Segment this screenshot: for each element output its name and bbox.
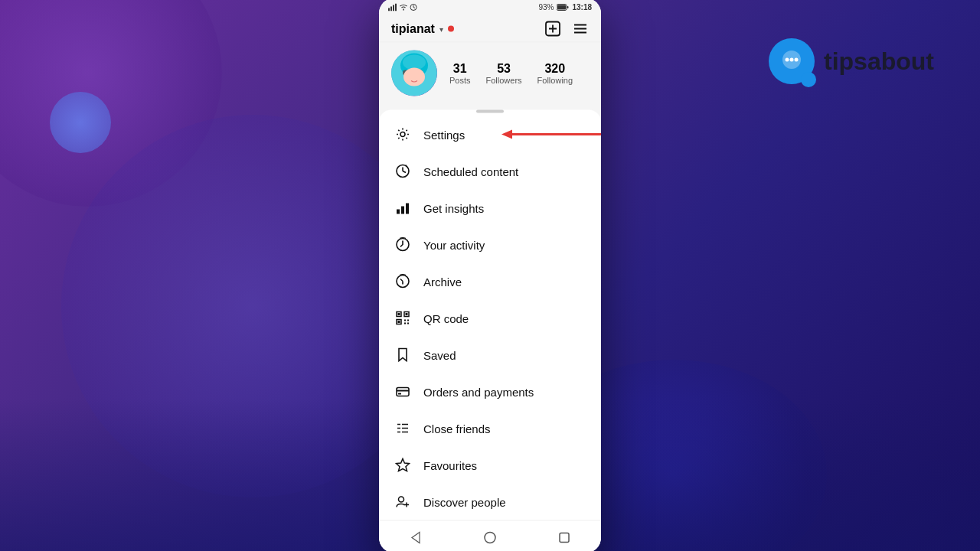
svg-point-27: [400, 132, 405, 137]
status-bar: 93% 13:18: [379, 0, 601, 16]
svg-marker-61: [412, 533, 420, 543]
recents-nav-icon[interactable]: [555, 529, 573, 547]
menu-item-activity[interactable]: Your activity: [379, 227, 601, 263]
bottom-sheet-menu: Settings Scheduled content: [379, 110, 601, 520]
bookmark-icon: [394, 347, 411, 364]
settings-label: Settings: [423, 128, 465, 141]
online-status-dot: [448, 26, 454, 32]
logo-icon-bubble: [769, 38, 815, 84]
favourites-label: Favourites: [423, 458, 477, 471]
discover-label: Discover people: [423, 495, 506, 508]
posts-label: Posts: [449, 76, 471, 85]
header-action-icons: [544, 21, 589, 37]
menu-item-discover[interactable]: Discover people: [379, 484, 601, 520]
archive-label: Archive: [423, 275, 462, 288]
insights-label: Get insights: [423, 201, 484, 214]
svg-point-62: [485, 533, 495, 543]
svg-rect-5: [390, 6, 392, 11]
hamburger-menu-icon[interactable]: [572, 21, 589, 37]
svg-rect-43: [398, 321, 400, 323]
stats-row: 31 Posts 53 Followers 320 Following: [449, 62, 589, 85]
activity-icon: [394, 236, 411, 253]
insights-icon: [394, 200, 411, 217]
svg-point-2: [790, 58, 794, 62]
following-count: 320: [544, 62, 565, 76]
svg-rect-39: [398, 313, 400, 315]
battery-icon: [557, 3, 569, 11]
clock-status-icon: [410, 3, 417, 11]
saved-label: Saved: [423, 348, 456, 361]
menu-item-orders[interactable]: Orders and payments: [379, 373, 601, 410]
battery-text: 93%: [538, 3, 554, 11]
person-plus-icon: [394, 494, 411, 510]
orders-label: Orders and payments: [423, 385, 534, 398]
menu-item-insights[interactable]: Get insights: [379, 190, 601, 227]
svg-rect-48: [397, 388, 409, 396]
svg-marker-57: [397, 459, 410, 471]
following-label: Following: [537, 76, 573, 85]
tipsabout-logo: tipsabout: [769, 38, 934, 84]
posts-count: 31: [453, 62, 467, 76]
wifi-icon: [400, 3, 407, 11]
status-icons-left: [388, 3, 417, 11]
svg-rect-33: [397, 210, 400, 214]
menu-item-qrcode[interactable]: QR code: [379, 300, 601, 337]
svg-line-32: [403, 171, 406, 173]
bg-blob-3: [50, 92, 111, 153]
avatar: [391, 51, 437, 96]
username-row: tipianat ▾: [391, 22, 454, 36]
scheduled-label: Scheduled content: [423, 165, 518, 178]
back-nav-icon[interactable]: [407, 529, 425, 547]
list-icon: [394, 420, 411, 437]
add-post-icon[interactable]: [544, 21, 561, 37]
svg-rect-12: [557, 5, 566, 9]
svg-rect-63: [560, 533, 569, 543]
menu-item-archive[interactable]: Archive: [379, 263, 601, 300]
settings-icon: [394, 126, 411, 143]
svg-rect-7: [395, 3, 397, 11]
qrcode-label: QR code: [423, 311, 469, 324]
phone-frame: 93% 13:18 tipianat ▾: [379, 0, 601, 551]
avatar-image: [391, 51, 437, 96]
menu-item-close-friends[interactable]: Close friends: [379, 410, 601, 447]
chat-bubble-icon: [779, 49, 804, 73]
menu-item-scheduled[interactable]: Scheduled content: [379, 153, 601, 190]
svg-point-26: [403, 68, 425, 86]
star-icon: [394, 457, 411, 474]
svg-rect-41: [406, 313, 408, 315]
chevron-down-icon[interactable]: ▾: [439, 24, 443, 33]
svg-rect-6: [393, 5, 394, 11]
close-friends-label: Close friends: [423, 422, 491, 435]
svg-rect-13: [567, 6, 569, 8]
archive-icon: [394, 273, 411, 290]
followers-count: 53: [497, 62, 511, 76]
posts-stat: 31 Posts: [449, 62, 471, 85]
credit-card-icon: [394, 383, 411, 400]
square-recents-icon: [557, 531, 571, 545]
ig-header: tipianat ▾: [379, 16, 601, 43]
logo-text: tipsabout: [824, 47, 934, 76]
svg-rect-44: [404, 320, 406, 321]
following-stat[interactable]: 320 Following: [537, 62, 573, 85]
home-nav-icon[interactable]: [481, 529, 499, 547]
circle-home-icon: [483, 531, 497, 545]
svg-rect-50: [398, 393, 401, 395]
svg-rect-35: [406, 204, 409, 214]
svg-rect-34: [401, 207, 404, 214]
activity-label: Your activity: [423, 238, 485, 251]
followers-stat[interactable]: 53 Followers: [486, 62, 522, 85]
profile-username: tipianat: [391, 22, 435, 36]
sheet-handle: [476, 110, 504, 113]
menu-item-settings[interactable]: Settings: [379, 116, 601, 153]
svg-point-58: [399, 497, 404, 502]
settings-item-wrapper: Settings: [379, 116, 601, 153]
svg-rect-4: [388, 8, 390, 11]
qrcode-icon: [394, 310, 411, 327]
menu-item-favourites[interactable]: Favourites: [379, 447, 601, 484]
followers-label: Followers: [486, 76, 522, 85]
svg-point-3: [795, 58, 799, 62]
status-right: 93% 13:18: [538, 3, 592, 11]
signal-icon: [388, 3, 397, 11]
svg-point-1: [786, 58, 789, 62]
menu-item-saved[interactable]: Saved: [379, 337, 601, 373]
